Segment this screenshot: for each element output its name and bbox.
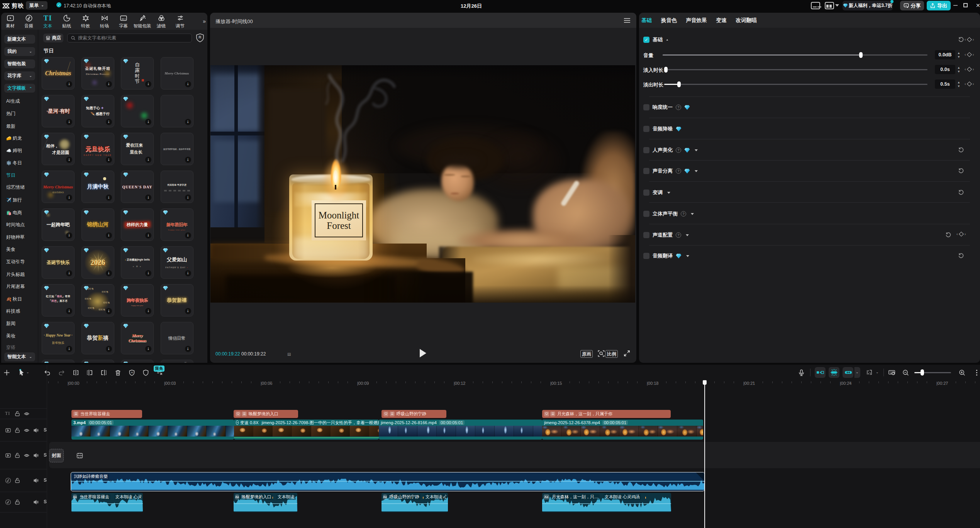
svg-text:商: 商 <box>198 36 202 39</box>
svg-text:AI: AI <box>131 371 133 374</box>
